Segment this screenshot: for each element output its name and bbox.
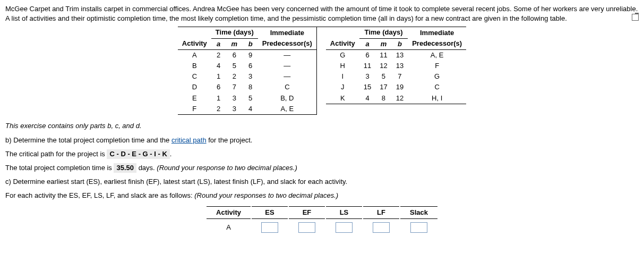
answer-table-wrap: Activity ES EF LS LF Slack A xyxy=(5,205,639,236)
activity-header-left: Activity xyxy=(178,38,211,49)
ls-input[interactable] xyxy=(336,222,353,233)
pred-header-right-top: Immediate xyxy=(408,27,466,38)
col-b-right: b xyxy=(392,38,408,49)
lf-input[interactable] xyxy=(373,222,390,233)
problem-intro: McGee Carpet and Trim installs carpet in… xyxy=(5,4,639,23)
ans-col-lf: LF xyxy=(363,206,399,219)
col-m-left: m xyxy=(226,38,243,49)
popout-icon[interactable] xyxy=(632,14,639,21)
pred-header-left: Predecessor(s) xyxy=(258,38,316,49)
col-a-right: a xyxy=(359,38,375,49)
col-m-right: m xyxy=(375,38,391,49)
answer-table: Activity ES EF LS LF Slack A xyxy=(205,205,439,236)
ans-col-ls: LS xyxy=(326,206,362,219)
col-a-left: a xyxy=(211,38,226,49)
completion-time-value: 35.50 xyxy=(114,163,136,173)
intro-text: McGee Carpet and Trim installs carpet in… xyxy=(5,5,638,22)
es-input[interactable] xyxy=(261,222,278,233)
completion-time-answer: The total project completion time is 35.… xyxy=(5,163,639,173)
critical-path-answer: The critical path for the project is C -… xyxy=(5,149,639,159)
pred-header-right: Predecessor(s) xyxy=(408,38,466,49)
col-b-left: b xyxy=(243,38,258,49)
slack-input[interactable] xyxy=(410,222,427,233)
time-header-right: Time (days) xyxy=(359,27,408,38)
part-c-intro: For each activity the ES, EF, LS, LF, an… xyxy=(5,191,639,200)
part-c-question: c) Determine earliest start (ES), earlie… xyxy=(5,177,639,187)
ans-col-slack: Slack xyxy=(400,206,437,219)
answer-activity-label: A xyxy=(207,220,251,235)
part-b-question: b) Determine the total project completio… xyxy=(5,136,639,145)
parts-note: This exercise contains only parts b, c, … xyxy=(5,121,639,131)
pred-header-left-top: Immediate xyxy=(258,27,316,38)
activity-table: Time (days) Immediate Time (days) Immedi… xyxy=(178,27,466,115)
ans-col-ef: EF xyxy=(289,206,325,219)
activity-header-right: Activity xyxy=(326,38,359,49)
ans-col-es: ES xyxy=(252,206,288,219)
data-tables: Time (days) Immediate Time (days) Immedi… xyxy=(5,27,639,115)
ans-col-activity: Activity xyxy=(207,206,251,219)
time-header-left: Time (days) xyxy=(211,27,258,38)
ef-input[interactable] xyxy=(298,222,315,233)
critical-path-link[interactable]: critical path xyxy=(171,136,207,144)
answer-row-a: A xyxy=(207,220,437,235)
critical-path-value: C - D - E - G - I - K xyxy=(107,149,169,159)
